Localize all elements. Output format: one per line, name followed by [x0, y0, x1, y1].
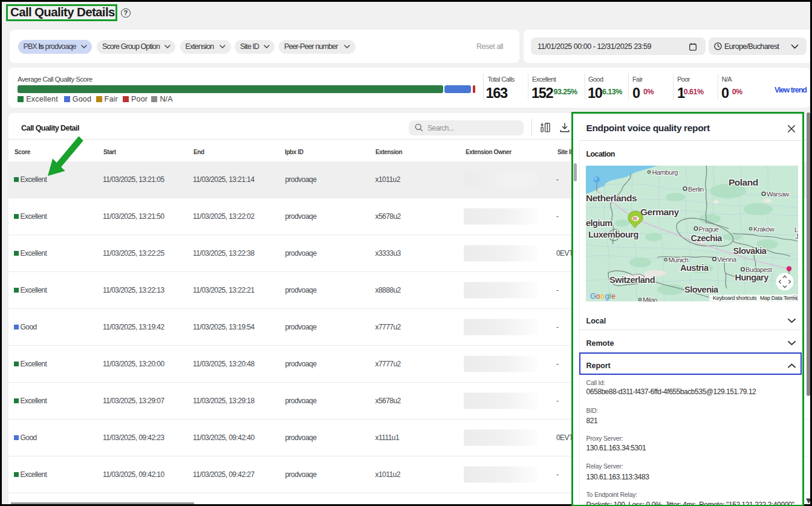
- svg-text:e: e: [611, 292, 615, 300]
- svg-text:Hungary: Hungary: [735, 273, 768, 282]
- svg-text:G: G: [590, 292, 596, 300]
- svg-text:Map Data: Map Data: [760, 295, 782, 301]
- svg-text:Switzerland: Switzerland: [609, 275, 655, 285]
- svg-text:g: g: [605, 292, 609, 300]
- svg-text:Prague: Prague: [698, 225, 718, 233]
- svg-text:J: J: [795, 233, 798, 240]
- svg-text:Warsaw: Warsaw: [767, 190, 789, 198]
- svg-text:elgium: elgium: [586, 218, 612, 228]
- svg-text:Slovenia: Slovenia: [684, 285, 719, 294]
- svg-text:Kraków: Kraków: [753, 225, 775, 233]
- svg-text:00: 00: [632, 216, 637, 221]
- svg-text:Keyboard shortcuts: Keyboard shortcuts: [713, 295, 757, 301]
- svg-text:Hamburg: Hamburg: [652, 169, 678, 176]
- svg-text:Germany: Germany: [640, 207, 680, 217]
- svg-text:Poland: Poland: [729, 177, 758, 187]
- svg-text:Vienna: Vienna: [717, 256, 737, 263]
- svg-text:Slovakia: Slovakia: [733, 246, 767, 256]
- svg-text:o: o: [600, 292, 605, 300]
- svg-text:o: o: [596, 292, 600, 300]
- svg-text:l: l: [609, 292, 611, 300]
- svg-text:Netherlands: Netherlands: [586, 193, 637, 203]
- svg-text:Milan: Milan: [643, 296, 658, 302]
- svg-text:Czechia: Czechia: [690, 233, 723, 243]
- svg-text:Berlin: Berlin: [688, 186, 704, 193]
- svg-text:Austria: Austria: [680, 263, 709, 273]
- svg-text:Luxembourg: Luxembourg: [588, 230, 638, 239]
- svg-text:Terms: Terms: [784, 295, 798, 301]
